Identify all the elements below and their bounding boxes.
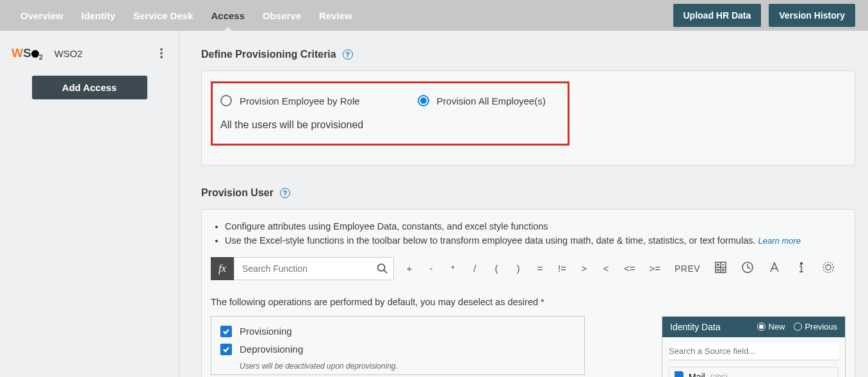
identity-radio-previous[interactable]: Previous [794,322,837,331]
op-rparen[interactable]: ) [514,263,522,274]
check-provisioning-row: Provisioning [220,326,575,337]
fx-icon: fx [211,257,234,280]
check-label: Provisioning [240,326,292,337]
radio-provision-by-role[interactable]: Provision Employee by Role [220,95,360,106]
identity-radio-new[interactable]: New [757,322,785,331]
provision-panel: Configure attributes using Employee Data… [201,209,855,377]
svg-point-21 [823,262,833,272]
svg-point-0 [378,264,385,271]
criteria-panel: Provision Employee by Role Provision All… [201,71,855,165]
tab-overview[interactable]: Overview [20,10,63,21]
learn-more-link[interactable]: Learn more [758,236,801,246]
org-name: WSO2 [54,48,144,59]
sidebar: WS2 WSO2 Add Access [0,31,179,377]
radio-label-all: Provision All Employee(s) [437,96,546,106]
top-bar: Overview Identity Service Desk Access Ob… [0,0,868,31]
criteria-title: Define Provisioning Criteria [201,49,336,60]
tab-identity[interactable]: Identity [81,10,115,21]
op-plus[interactable]: + [405,263,413,274]
info-icon[interactable] [795,261,808,276]
op-lt[interactable]: < [602,263,610,274]
svg-line-1 [384,270,388,273]
op-mult[interactable]: * [449,263,457,274]
function-toolbar: fx + - * / ( ) = != > < [211,257,846,280]
provision-user-title: Provision User [201,187,274,199]
radio-label-role: Provision Employee by Role [240,96,360,106]
identity-title: Identity Data [670,322,748,332]
op-lte[interactable]: <= [624,263,635,274]
provision-bullet: Use the Excel-style functions in the too… [225,234,846,248]
checkbox-deprovisioning[interactable] [220,344,232,355]
help-icon[interactable]: ? [280,188,290,198]
field-name: Mail [689,372,705,378]
main-content: Define Provisioning Criteria ? Provision… [179,31,868,377]
operations-box: Provisioning Deprovisioning Users will b… [211,316,585,375]
search-function-input[interactable] [234,264,393,274]
svg-line-14 [748,267,750,269]
checkbox-provisioning[interactable] [220,326,232,337]
tab-service-desk[interactable]: Service Desk [133,10,193,21]
tab-observe[interactable]: Observe [263,10,301,21]
gear-icon[interactable] [822,261,835,276]
check-deprovisioning-row: Deprovisioning [220,344,575,355]
op-div[interactable]: / [471,263,479,274]
field-type: (abc) [710,373,728,378]
wso2-logo: WS2 [12,46,43,60]
kebab-menu-icon[interactable] [156,47,167,60]
op-neq[interactable]: != [558,263,566,274]
tab-review[interactable]: Review [319,10,352,21]
top-nav: Overview Identity Service Desk Access Ob… [20,10,673,21]
op-eq[interactable]: = [536,263,544,274]
upload-hr-data-button[interactable]: Upload HR Data [673,4,762,27]
criteria-message: All the users will be provisioned [220,119,560,131]
radio-provision-all[interactable]: Provision All Employee(s) [418,95,546,106]
text-a-icon[interactable] [768,261,781,276]
identity-data-panel: Identity Data New Previous Mail (abc) [662,316,846,378]
document-icon [675,371,684,378]
org-row: WS2 WSO2 [8,41,171,72]
check-label: Deprovisioning [240,344,303,355]
add-access-button[interactable]: Add Access [32,76,147,99]
help-icon[interactable]: ? [343,49,353,60]
op-gt[interactable]: > [580,263,588,274]
op-minus[interactable]: - [427,263,435,274]
deprov-hint: Users will be deactivated upon deprovisi… [240,362,575,371]
tab-access[interactable]: Access [211,10,245,21]
criteria-highlight: Provision Employee by Role Provision All… [211,81,569,146]
operations-note: The following operations are performed b… [211,297,846,307]
svg-point-20 [826,265,831,270]
calculator-icon[interactable] [714,261,727,276]
op-gte[interactable]: >= [649,263,660,274]
version-history-button[interactable]: Version History [769,4,855,27]
search-icon[interactable] [377,263,388,274]
search-function-wrap [234,257,394,280]
provision-bullet: Configure attributes using Employee Data… [225,220,846,234]
clock-icon[interactable] [741,261,754,276]
prev-button[interactable]: PREV [675,264,700,274]
identity-source-search[interactable] [669,344,839,360]
op-lparen[interactable]: ( [493,263,500,274]
svg-point-16 [801,263,803,265]
identity-field-chip[interactable]: Mail (abc) [669,367,839,378]
